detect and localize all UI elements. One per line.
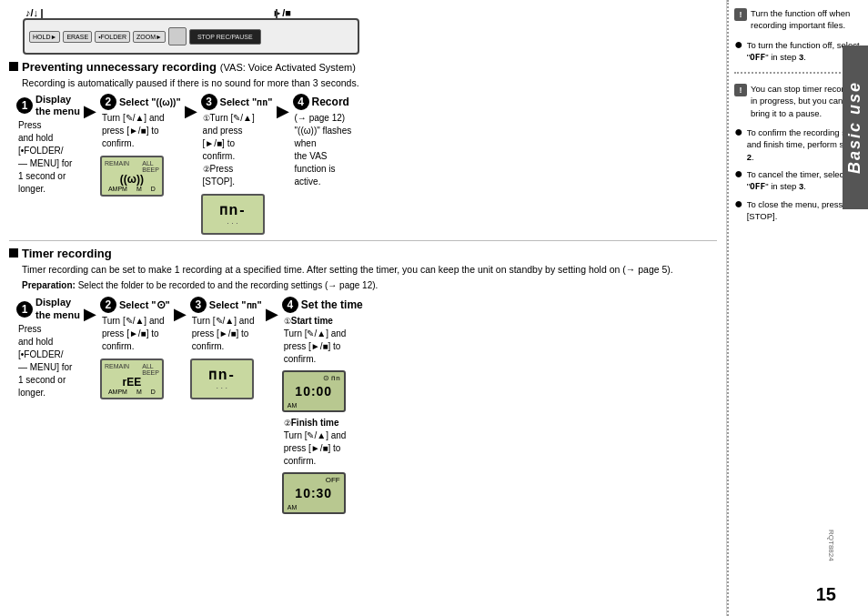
section2-step1: 1 Displaythe menu Pressand hold[•FOLDER/… <box>16 297 80 399</box>
lcd3-allbeep: ALLBEEP <box>142 363 159 376</box>
arrow5: ▶ <box>174 304 187 324</box>
connector-left: ♪/↓ <box>25 7 38 18</box>
section1-step4: 4 Record (→ page 12)"((ω))" flasheswhent… <box>293 94 352 188</box>
section1-step1-number: 1 <box>16 97 33 114</box>
section2-step3: 3 Select "ᴨn" Turn [✎/▲] andpress [►/■] … <box>190 297 262 399</box>
section2-lcd-start: ⊙ ᴨn 10:00 AM <box>282 370 346 412</box>
section2-prep: Preparation: Select the folder to be rec… <box>22 279 717 292</box>
section1-step2: 2 Select "((ω))" Turn [✎/▲] andpress [►/… <box>100 94 181 197</box>
bullet3-dot: ● <box>734 167 743 181</box>
hold-button: HOLD► <box>29 31 60 43</box>
section1-step3-header: 3 Select "ᴨn" <box>201 94 273 110</box>
section2-step4-finish: ②Finish time Turn [✎/▲] andpress [►/■] t… <box>282 417 347 468</box>
section2-icon <box>9 248 18 258</box>
page-number: 15 <box>816 581 836 607</box>
rec-pause-button: STOP REC/PAUSE <box>189 29 261 45</box>
section2-step1-header: 1 Displaythe menu <box>16 297 80 320</box>
section1-desc: Recording is automatically paused if the… <box>22 76 717 90</box>
section2-step2-number: 2 <box>100 297 116 313</box>
lcd3-ampm: AMPM <box>108 389 127 395</box>
lcd1-bottom: AMPM M D <box>102 186 162 192</box>
warning-icon1: ! <box>734 8 747 21</box>
lcd6-time: 10:30 <box>295 486 332 500</box>
lcd1-d: D <box>151 186 156 192</box>
section1-lcd1: REMAIN ALLBEEP ((ω)) AMPM M D <box>100 156 164 197</box>
section1-steps: 1 Displaythe menu Pressand hold[•FOLDER/… <box>16 94 717 235</box>
section1-step2-number: 2 <box>100 94 116 110</box>
folder-button: •FOLDER <box>95 31 130 43</box>
section1: Preventing unnecessary recording (VAS: V… <box>9 60 717 235</box>
side-tab-text: Basic use <box>843 81 866 174</box>
lcd6-top-symbol: OFF <box>326 476 340 484</box>
section2-step3-header: 3 Select "ᴨn" <box>190 297 262 313</box>
lcd1-top: REMAIN ALLBEEP <box>102 160 162 173</box>
bullet4-dot: ● <box>734 197 743 211</box>
section2-step4-header: 4 Set the time <box>282 297 363 313</box>
section1-step1-title: Displaythe menu <box>35 94 80 117</box>
section2-lcd2: ᴨn- · · · <box>190 358 254 399</box>
sidebar-warning1-text: Turn the function off when recording imp… <box>751 7 863 32</box>
arrow6: ▶ <box>266 304 278 324</box>
section2-steps: 1 Displaythe menu Pressand hold[•FOLDER/… <box>16 297 717 517</box>
section1-step1-header: 1 Displaythe menu <box>16 94 80 117</box>
section2-step2-title: Select "⊙" <box>119 298 170 311</box>
lcd5-top-symbol: ⊙ ᴨn <box>323 374 340 382</box>
section2: Timer recording Timer recording can be s… <box>9 247 717 518</box>
section2-step4-title: Set the time <box>301 298 363 311</box>
section1-step1-body: Pressand hold[•FOLDER/— MENU] for1 secon… <box>16 119 72 196</box>
section1-step4-header: 4 Record <box>293 94 349 110</box>
rqt-number: RQT8824 <box>826 530 836 561</box>
lcd3-d: D <box>151 389 156 395</box>
lcd2-symbol: ᴨn- <box>219 201 247 218</box>
section2-step4-number: 4 <box>282 297 298 313</box>
lcd4-dots: · · · <box>217 383 228 392</box>
section2-lcd1: REMAIN ALLBEEP rEE AMPM M D <box>100 358 164 399</box>
section2-step4: 4 Set the time ①Start time Turn [✎/▲] an… <box>282 297 363 517</box>
section1-lcd2: ᴨn- · · · <box>201 194 265 235</box>
lcd1-m: M <box>136 186 142 192</box>
section2-step1-body: Pressand hold[•FOLDER/— MENU] for1 secon… <box>16 323 72 399</box>
section2-step1-number: 1 <box>16 301 33 318</box>
section1-header: Preventing unnecessary recording (VAS: V… <box>9 60 717 74</box>
section1-step4-number: 4 <box>293 94 309 110</box>
zoom-button: ZOOM► <box>133 31 166 43</box>
section2-step3-title: Select "ᴨn" <box>209 299 262 310</box>
section2-step3-body: Turn [✎/▲] andpress [►/■] toconfirm. <box>190 315 255 353</box>
section2-desc: Timer recording can be set to make 1 rec… <box>22 263 717 277</box>
section1-step1: 1 Displaythe menu Pressand hold[•FOLDER/… <box>16 94 80 196</box>
arrow2: ▶ <box>185 101 197 121</box>
stop-button-square <box>168 27 187 45</box>
lcd3-m: M <box>136 389 142 395</box>
bullet1-dot: ● <box>734 37 743 52</box>
arrow1: ▶ <box>84 101 96 121</box>
lcd3-bottom: AMPM M D <box>102 389 162 395</box>
section2-step2-header: 2 Select "⊙" <box>100 297 170 313</box>
section1-step2-header: 2 Select "((ω))" <box>100 94 181 110</box>
lcd5-label: AM <box>288 402 298 409</box>
section2-header: Timer recording <box>9 247 717 260</box>
section2-step2: 2 Select "⊙" Turn [✎/▲] andpress [►/■] t… <box>100 297 170 399</box>
lcd1-allbeep: ALLBEEP <box>142 160 159 173</box>
section1-step3-number: 3 <box>201 94 217 110</box>
lcd3-remain: REMAIN <box>105 363 129 376</box>
side-tab: Basic use <box>843 45 868 209</box>
section2-title: Timer recording <box>22 247 112 260</box>
bullet2-dot: ● <box>734 125 743 139</box>
lcd3-top: REMAIN ALLBEEP <box>102 363 162 376</box>
section2-step1-title: Displaythe menu <box>35 297 80 320</box>
section2-step2-body: Turn [✎/▲] andpress [►/■] toconfirm. <box>100 315 165 353</box>
arrow3: ▶ <box>277 101 289 121</box>
main-content: ♪/↓ ►/■ HOLD► ERASE •FOLDER ZOOM► STOP R… <box>0 0 727 616</box>
lcd1-ampm: AMPM <box>108 186 127 192</box>
section1-step2-title: Select "((ω))" <box>119 96 181 107</box>
section1-step4-title: Record <box>312 96 349 108</box>
device-body: HOLD► ERASE •FOLDER ZOOM► STOP REC/PAUSE <box>23 18 359 55</box>
sidebar-warning1: ! Turn the function off when recording i… <box>734 7 863 32</box>
section1-step2-body: Turn [✎/▲] andpress [►/■] toconfirm. <box>100 112 165 150</box>
warning-icon2: ! <box>734 84 747 96</box>
section1-step3-title: Select "ᴨn" <box>220 96 273 107</box>
lcd1-symbol: ((ω)) <box>120 173 144 186</box>
section1-title: Preventing unnecessary recording <box>22 60 217 74</box>
section2-step4-body: ①Start time Turn [✎/▲] andpress [►/■] to… <box>282 315 347 366</box>
section1-icon <box>9 62 18 71</box>
